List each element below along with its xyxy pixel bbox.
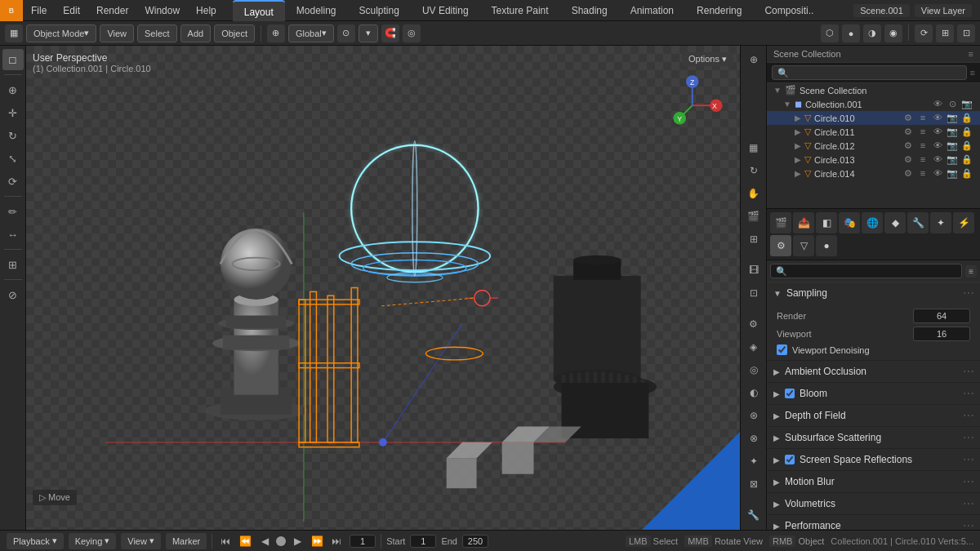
perf-dots[interactable]: ⋯: [963, 519, 973, 530]
view-orbit-icon[interactable]: ↻: [743, 160, 764, 181]
tool-add-cube[interactable]: ⊞: [2, 254, 24, 275]
bottom-view-menu[interactable]: View ▾: [121, 533, 161, 549]
prop-tab-modifier[interactable]: 🔧: [907, 212, 929, 233]
circle010-prop-icon[interactable]: ⚙: [902, 113, 915, 123]
select-menu[interactable]: Select: [137, 24, 177, 42]
prop-tab-output[interactable]: 📤: [793, 212, 814, 233]
view-perspective-icon[interactable]: ⊞: [743, 229, 764, 250]
render-icon-4[interactable]: ◎: [743, 359, 764, 380]
gizmo-toggle[interactable]: ⟳: [915, 24, 933, 42]
start-frame-field[interactable]: [410, 535, 436, 548]
properties-search-input[interactable]: [770, 264, 962, 278]
tab-compositing[interactable]: Compositi..: [753, 0, 825, 21]
viewport-shading-solid[interactable]: ●: [842, 24, 860, 42]
tool-cursor[interactable]: ⊕: [2, 79, 24, 100]
next-frame-button[interactable]: ▶: [289, 533, 305, 549]
viewport-shading-material[interactable]: ◑: [863, 24, 881, 42]
tool-hide[interactable]: ⊘: [2, 284, 24, 305]
circle012-lock-icon[interactable]: 🔒: [960, 140, 973, 151]
mb-dots[interactable]: ⋯: [963, 475, 973, 488]
move-widget[interactable]: ▷ Move: [33, 490, 77, 505]
render-icon-8[interactable]: ✦: [743, 451, 764, 472]
prev-frame-button[interactable]: ◀: [256, 533, 273, 549]
viewport-shading-wire[interactable]: ⬡: [821, 24, 839, 42]
prop-tab-scene[interactable]: 🎭: [839, 212, 860, 233]
section-perf-header[interactable]: ▶ Performance ⋯: [767, 515, 980, 530]
section-ssr-header[interactable]: ▶ Screen Space Reflections ⋯: [767, 449, 980, 470]
circle010-filter-icon[interactable]: ≡: [916, 113, 929, 123]
ssr-dots[interactable]: ⋯: [963, 453, 973, 466]
vol-dots[interactable]: ⋯: [963, 497, 973, 510]
bloom-dots[interactable]: ⋯: [963, 387, 973, 400]
sampling-render-value[interactable]: 64: [913, 309, 970, 323]
render-icon-9[interactable]: ⊠: [743, 473, 764, 495]
snap-toggle[interactable]: 🧲: [381, 24, 399, 42]
prop-tab-object[interactable]: ◆: [884, 212, 906, 233]
proportional-edit[interactable]: ◎: [403, 24, 421, 42]
outliner-search-filter[interactable]: ≡: [970, 68, 975, 78]
scene-collection-root[interactable]: ▼ 🎬 Scene Collection: [767, 83, 980, 97]
tab-modeling[interactable]: Modeling: [285, 0, 348, 21]
view-menu[interactable]: View: [100, 24, 134, 42]
circle014-eye-icon[interactable]: 👁: [931, 168, 944, 179]
viewport-3d[interactable]: X Y Z User Perspective (1) Collection.00…: [26, 46, 740, 530]
render-region[interactable]: ⊡: [743, 282, 764, 304]
menu-window[interactable]: Window: [136, 0, 188, 21]
render-icon-3[interactable]: ◈: [743, 336, 764, 358]
ao-dots[interactable]: ⋯: [963, 365, 973, 378]
prop-tab-physics[interactable]: ⚡: [953, 212, 974, 233]
circle010-lock-icon[interactable]: 🔒: [960, 113, 973, 123]
circle013-filter-icon[interactable]: ≡: [916, 154, 929, 165]
circle012-filter-icon[interactable]: ≡: [916, 140, 929, 151]
outliner-object-circle011[interactable]: ▶ ▽ Circle.011 ⚙ ≡ 👁 📷 🔒: [767, 125, 980, 139]
circle010-eye-icon[interactable]: 👁: [931, 113, 944, 123]
section-ao-header[interactable]: ▶ Ambient Occlusion ⋯: [767, 361, 980, 382]
render-icon-10[interactable]: 🔧: [743, 504, 764, 526]
bloom-checkbox[interactable]: [785, 389, 795, 398]
end-frame-field[interactable]: [462, 535, 488, 548]
sss-dots[interactable]: ⋯: [963, 431, 973, 444]
tab-animation[interactable]: Animation: [619, 0, 685, 21]
section-mb-header[interactable]: ▶ Motion Blur ⋯: [767, 471, 980, 492]
transform-orientation[interactable]: Global ▾: [288, 24, 334, 42]
properties-filter-button[interactable]: ≡: [965, 265, 977, 278]
circle011-lock-icon[interactable]: 🔒: [960, 127, 973, 137]
circle011-camera-icon[interactable]: 📷: [946, 127, 959, 137]
editor-type-button[interactable]: ▦: [5, 24, 23, 42]
prop-tab-material[interactable]: ●: [816, 235, 837, 256]
denoising-checkbox[interactable]: [777, 344, 787, 355]
circle011-filter-icon[interactable]: ≡: [916, 127, 929, 137]
menu-edit[interactable]: Edit: [55, 0, 88, 21]
options-button[interactable]: Options ▾: [682, 52, 733, 66]
xray-toggle[interactable]: ⊡: [957, 24, 975, 42]
view-layer-name[interactable]: View Layer: [915, 4, 972, 17]
outliner-object-circle014[interactable]: ▶ ▽ Circle.014 ⚙ ≡ 👁 📷 🔒: [767, 167, 980, 180]
dof-dots[interactable]: ⋯: [963, 409, 973, 422]
tool-rotate[interactable]: ↻: [2, 125, 24, 146]
overlay-toggle[interactable]: ⊞: [936, 24, 954, 42]
tool-select-box[interactable]: □: [2, 49, 24, 70]
prop-tab-data[interactable]: ▽: [793, 235, 814, 256]
render-icon-2[interactable]: ⚙: [743, 313, 764, 335]
current-frame-field[interactable]: [350, 535, 376, 548]
view-pan-icon[interactable]: ✋: [743, 183, 764, 204]
tab-texture-paint[interactable]: Texture Paint: [480, 0, 560, 21]
transform-snap-icon[interactable]: ⊕: [267, 24, 285, 42]
tool-move[interactable]: ✛: [2, 102, 24, 123]
outliner-object-circle013[interactable]: ▶ ▽ Circle.013 ⚙ ≡ 👁 📷 🔒: [767, 153, 980, 167]
section-dof-header[interactable]: ▶ Depth of Field ⋯: [767, 405, 980, 426]
tool-scale[interactable]: ⤡: [2, 148, 24, 169]
pivot-selector[interactable]: ▾: [359, 24, 378, 42]
pivot-point-icon[interactable]: ⊙: [337, 24, 355, 42]
sampling-dots[interactable]: ⋯: [963, 287, 973, 300]
outliner-object-circle010[interactable]: ▶ ▽ Circle.010 ⚙ ≡ 👁 📷 🔒: [767, 111, 980, 125]
section-sss-header[interactable]: ▶ Subsurface Scattering ⋯: [767, 427, 980, 448]
circle014-lock-icon[interactable]: 🔒: [960, 168, 973, 179]
viewport-shading-rendered[interactable]: ◉: [884, 24, 902, 42]
circle012-eye-icon[interactable]: 👁: [931, 140, 944, 151]
add-menu[interactable]: Add: [180, 24, 212, 42]
jump-prev-button[interactable]: ⏪: [237, 533, 253, 549]
tab-shading[interactable]: Shading: [560, 0, 619, 21]
prop-tab-world[interactable]: 🌐: [862, 212, 883, 233]
section-sampling-header[interactable]: ▼ Sampling ⋯: [767, 282, 980, 304]
